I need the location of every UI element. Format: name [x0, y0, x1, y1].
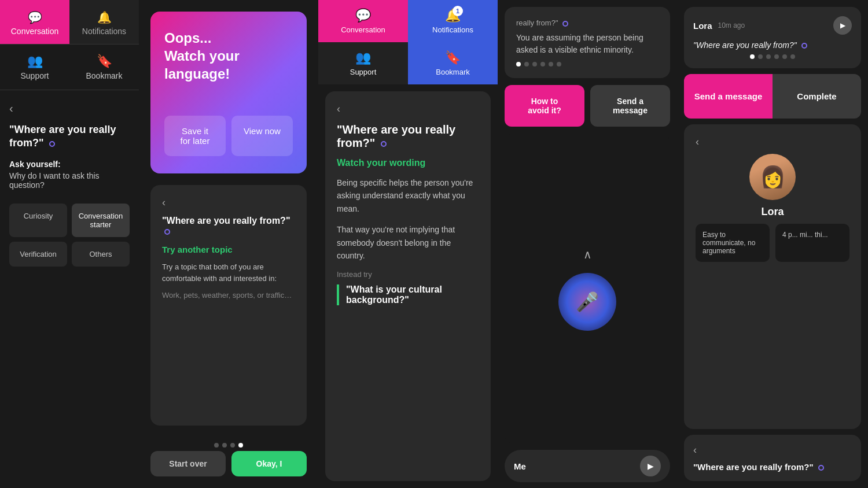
tab-conversation-label: Conversation: [11, 27, 59, 36]
fr-top-chat: Lora 10m ago ▶ "Where are you really fro…: [684, 7, 861, 68]
fr-pagination: [693, 54, 852, 59]
dot-1: [214, 443, 219, 448]
panel-right-mid: really from?" You are assuming the perso…: [498, 0, 677, 488]
mid-bookmark-label: Bookmark: [436, 68, 470, 76]
right-top-body: You are assuming the person being asked …: [516, 32, 659, 56]
conversation-icon: 💬: [6, 10, 64, 24]
r-dot-3: [532, 62, 537, 66]
start-over-btn[interactable]: Start over: [150, 451, 226, 476]
fr-complete-btn[interactable]: Complete: [773, 74, 861, 119]
oops-title-line2: Watch your language!: [164, 47, 293, 83]
try-topic-card: ‹ "Where are you really from?" Try anoth…: [150, 185, 307, 426]
avatar-image: 👩: [749, 154, 796, 200]
category-conversation-starter[interactable]: Conversation starter: [72, 204, 130, 237]
back-arrow[interactable]: ‹: [9, 102, 130, 115]
fr-dot-5: [782, 54, 787, 59]
fr-dot-6: [790, 54, 795, 59]
mid-instead-label: Instead try: [337, 270, 479, 279]
notification-badge: 1: [453, 6, 463, 16]
try-another-heading: Try another topic: [162, 245, 295, 254]
fr-back-arrow[interactable]: ‹: [696, 136, 699, 148]
mid-conversation-label: Conversation: [341, 25, 385, 34]
fr-chat-bubble: "Where are you really from?": [693, 40, 852, 50]
me-play-btn[interactable]: ▶: [640, 456, 661, 476]
panel-oops: Oops... Watch your language! Save itfor …: [139, 0, 318, 488]
question-dot: [49, 141, 55, 147]
oops-bottom-buttons: Start over Okay, I: [150, 451, 307, 476]
dot-4: [238, 443, 243, 448]
play-icon: ▶: [648, 461, 654, 471]
microphone-icon: 🎤: [576, 291, 599, 313]
mid-question-dot: [381, 141, 387, 147]
dot-3: [230, 443, 235, 448]
save-btn[interactable]: Save itfor later: [164, 116, 226, 156]
mid-nav-bookmark[interactable]: 🔖 Bookmark: [408, 42, 498, 84]
category-curiosity[interactable]: Curiosity: [9, 204, 67, 237]
fr-bottom-question: "Where are you really from?": [693, 462, 852, 472]
tab-notifications[interactable]: 🔔 Notifications: [69, 0, 139, 44]
view-btn[interactable]: View now: [231, 116, 293, 156]
try-desc: Try a topic that both of you are comfort…: [162, 261, 295, 284]
mid-nav-support[interactable]: 👥 Support: [318, 42, 408, 84]
fr-send-btn[interactable]: Send a message: [684, 74, 773, 119]
right-pagination: [516, 62, 659, 66]
oops-pagination: [139, 437, 318, 451]
panel-mid: 💬 Conversation 🔔 Notifications 1 👥 Suppo…: [318, 0, 498, 488]
fr-dot-3: [766, 54, 771, 59]
fr-action-btns: Send a message Complete: [684, 74, 861, 119]
mid-body1: Being specific helps the person you're a…: [337, 176, 479, 215]
r-dot-4: [540, 62, 545, 66]
send-msg-btn[interactable]: Send amessage: [590, 85, 670, 127]
fr-reviews: Easy to communicate, no arguments 4 p...…: [696, 224, 849, 262]
right-top-dot: [562, 21, 568, 27]
tab-notifications-label: Notifications: [82, 27, 126, 36]
category-others[interactable]: Others: [72, 242, 130, 267]
mid-heading: Watch your wording: [337, 158, 479, 168]
right-top-text: really from?" You are assuming the perso…: [505, 7, 670, 78]
r-dot-5: [549, 62, 553, 66]
fr-avatar: 👩: [749, 154, 796, 200]
bottom-tabs: 👥 Support 🔖 Bookmark: [0, 45, 139, 90]
r-dot-1: [516, 62, 521, 66]
me-label: Me: [514, 461, 634, 471]
category-verification[interactable]: Verification: [9, 242, 67, 267]
fr-bottom-back[interactable]: ‹: [693, 444, 852, 456]
bookmark-tab[interactable]: 🔖 Bookmark: [69, 54, 139, 80]
fr-chat-name: Lora: [693, 21, 712, 31]
fr-profile-name: Lora: [761, 206, 784, 218]
mid-bookmark-icon: 🔖: [414, 50, 492, 65]
ask-yourself-text: Why do I want to ask this question?: [9, 171, 130, 190]
me-row: Me ▶: [505, 450, 670, 482]
top-tabs: 💬 Conversation 🔔 Notifications: [0, 0, 139, 45]
screen: 💬 Conversation 🔔 Notifications 👥 Support…: [0, 0, 868, 488]
mid-support-label: Support: [350, 68, 377, 76]
fr-review-1: Easy to communicate, no arguments: [696, 224, 770, 262]
fr-play-btn[interactable]: ▶: [833, 16, 852, 35]
r-dot-2: [524, 62, 529, 66]
mid-support-icon: 👥: [324, 50, 402, 65]
mid-nav-conversation[interactable]: 💬 Conversation: [318, 0, 408, 42]
try-back-arrow[interactable]: ‹: [162, 197, 295, 209]
dot-2: [222, 443, 227, 448]
mic-chevron-icon: ∧: [583, 247, 592, 261]
mid-nav-notifications[interactable]: 🔔 Notifications 1: [408, 0, 498, 42]
mid-question: "Where are you really from?": [337, 123, 479, 150]
oops-title-line1: Oops...: [164, 29, 293, 47]
mic-button[interactable]: 🎤: [558, 273, 616, 331]
fr-chat-dot: [801, 43, 807, 49]
sidebar-question: "Where are you really from?": [9, 123, 130, 150]
mid-body2: That way you're not implying that somebo…: [337, 223, 479, 262]
mid-notifications-label: Notifications: [432, 25, 473, 34]
support-tab[interactable]: 👥 Support: [0, 54, 69, 80]
tab-conversation[interactable]: 💬 Conversation: [0, 0, 69, 44]
avoid-btn[interactable]: How toavoid it?: [505, 85, 584, 127]
mic-card: ∧ 🎤: [505, 134, 670, 444]
fr-chat-header: Lora 10m ago ▶: [693, 16, 852, 35]
mid-back-arrow[interactable]: ‹: [337, 103, 479, 115]
notifications-icon: 🔔: [75, 10, 133, 24]
mid-conversation-icon: 💬: [324, 8, 402, 23]
okay-btn[interactable]: Okay, I: [231, 451, 307, 476]
fr-dot-1: [750, 54, 755, 59]
sidebar-content: ‹ "Where are you really from?" Ask yours…: [0, 90, 139, 488]
oops-buttons: Save itfor later View now: [164, 116, 293, 156]
